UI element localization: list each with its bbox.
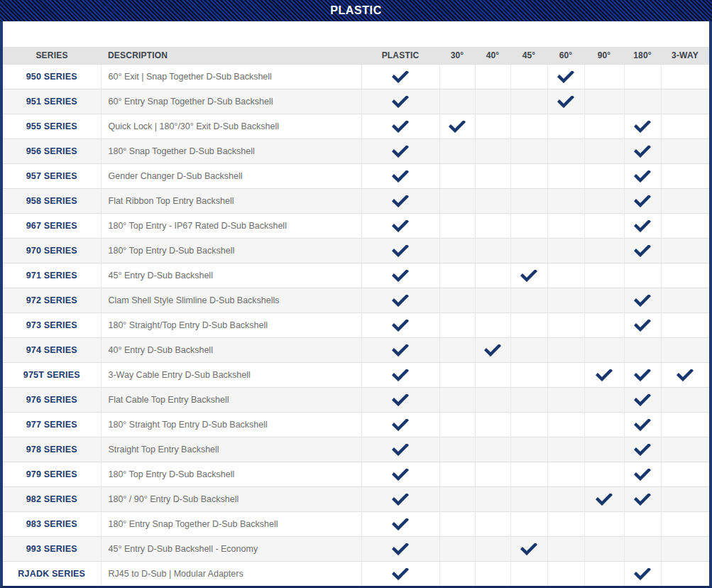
check-cell-40 xyxy=(475,462,510,486)
check-cell-90 xyxy=(584,163,624,188)
check-cell-40 xyxy=(475,64,510,89)
checkmark-icon xyxy=(634,195,651,207)
check-cell-plastic xyxy=(361,288,439,312)
check-cell-3way xyxy=(661,138,709,163)
series-description: 45° Entry D-Sub Backshell xyxy=(101,263,361,288)
check-cell-plastic xyxy=(361,263,439,288)
check-cell-3way xyxy=(661,437,709,462)
checkmark-icon xyxy=(392,245,409,257)
series-link[interactable]: 970 SERIES xyxy=(3,238,101,263)
check-cell-180 xyxy=(624,312,661,337)
series-link[interactable]: 993 SERIES xyxy=(3,536,101,561)
check-cell-180 xyxy=(624,486,661,511)
table-row: 993 SERIES45° Entry D-Sub Backshell - Ec… xyxy=(3,536,709,561)
checkmark-icon xyxy=(634,568,651,580)
series-link[interactable]: 967 SERIES xyxy=(3,213,101,238)
check-cell-45 xyxy=(510,337,547,362)
check-cell-40 xyxy=(475,412,510,437)
series-link[interactable]: 982 SERIES xyxy=(3,486,101,511)
check-cell-60 xyxy=(547,163,584,188)
table-row: 978 SERIESStraight Top Entry Backshell xyxy=(3,437,709,462)
check-cell-3way xyxy=(661,114,709,138)
check-cell-3way xyxy=(661,213,709,238)
column-header-45: 45° xyxy=(510,47,547,64)
check-cell-45 xyxy=(510,114,547,138)
series-description: 180° / 90° Entry D-Sub Backshell xyxy=(101,486,361,511)
table-row: 958 SERIESFlat Ribbon Top Entry Backshel… xyxy=(3,188,709,213)
series-link[interactable]: 983 SERIES xyxy=(3,511,101,536)
series-link[interactable]: 972 SERIES xyxy=(3,288,101,312)
checkmark-icon xyxy=(392,146,409,158)
series-link[interactable]: RJADK SERIES xyxy=(3,561,101,586)
series-link[interactable]: 955 SERIES xyxy=(3,114,101,138)
check-cell-45 xyxy=(510,462,547,486)
check-cell-90 xyxy=(584,138,624,163)
check-cell-plastic xyxy=(361,536,439,561)
check-cell-plastic xyxy=(361,114,439,138)
check-cell-3way xyxy=(661,511,709,536)
check-cell-3way xyxy=(661,486,709,511)
series-link[interactable]: 950 SERIES xyxy=(3,64,101,89)
series-link[interactable]: 979 SERIES xyxy=(3,462,101,486)
series-link[interactable]: 971 SERIES xyxy=(3,263,101,288)
checkmark-icon xyxy=(392,369,409,381)
check-cell-60 xyxy=(547,486,584,511)
series-link[interactable]: 958 SERIES xyxy=(3,188,101,213)
check-cell-plastic xyxy=(361,486,439,511)
check-cell-180 xyxy=(624,89,661,114)
check-cell-40 xyxy=(475,89,510,114)
check-cell-30 xyxy=(439,288,475,312)
check-cell-60 xyxy=(547,561,584,586)
check-cell-90 xyxy=(584,263,624,288)
check-cell-60 xyxy=(547,337,584,362)
check-cell-40 xyxy=(475,337,510,362)
series-description: Quick Lock | 180°/30° Exit D-Sub Backshe… xyxy=(101,114,361,138)
check-cell-30 xyxy=(439,64,475,89)
series-description: Flat Ribbon Top Entry Backshell xyxy=(101,188,361,213)
check-cell-40 xyxy=(475,362,510,387)
series-link[interactable]: 977 SERIES xyxy=(3,412,101,437)
checkmark-icon xyxy=(392,195,409,207)
check-cell-60 xyxy=(547,213,584,238)
series-link[interactable]: 975T SERIES xyxy=(3,362,101,387)
series-link[interactable]: 974 SERIES xyxy=(3,337,101,362)
series-link[interactable]: 951 SERIES xyxy=(3,89,101,114)
column-header-40: 40° xyxy=(475,47,510,64)
table-row: 956 SERIES180° Snap Together D-Sub Backs… xyxy=(3,138,709,163)
check-cell-3way xyxy=(661,387,709,412)
check-cell-180 xyxy=(624,238,661,263)
checkmark-icon xyxy=(392,469,409,481)
check-cell-plastic xyxy=(361,412,439,437)
series-link[interactable]: 978 SERIES xyxy=(3,437,101,462)
check-cell-180 xyxy=(624,337,661,362)
series-link[interactable]: 957 SERIES xyxy=(3,163,101,188)
check-cell-45 xyxy=(510,238,547,263)
check-cell-plastic xyxy=(361,337,439,362)
series-description: 180° Top Entry D-Sub Backshell xyxy=(101,238,361,263)
check-cell-40 xyxy=(475,163,510,188)
check-cell-60 xyxy=(547,188,584,213)
series-link[interactable]: 973 SERIES xyxy=(3,312,101,337)
check-cell-180 xyxy=(624,288,661,312)
check-cell-180 xyxy=(624,387,661,412)
check-cell-30 xyxy=(439,263,475,288)
check-cell-30 xyxy=(439,437,475,462)
check-cell-90 xyxy=(584,337,624,362)
checkmark-icon xyxy=(557,96,574,108)
check-cell-90 xyxy=(584,188,624,213)
series-link[interactable]: 956 SERIES xyxy=(3,138,101,163)
series-link[interactable]: 976 SERIES xyxy=(3,387,101,412)
check-cell-90 xyxy=(584,114,624,138)
check-cell-60 xyxy=(547,511,584,536)
series-description: RJ45 to D-Sub | Modular Adapters xyxy=(101,561,361,586)
series-description: 3-Way Cable Entry D-Sub Backshell xyxy=(101,362,361,387)
check-cell-40 xyxy=(475,536,510,561)
check-cell-plastic xyxy=(361,213,439,238)
check-cell-plastic xyxy=(361,387,439,412)
check-cell-90 xyxy=(584,412,624,437)
checkmark-icon xyxy=(520,543,537,555)
plastic-backshell-series-page: PLASTIC SERIES DESCRIPTION PLAST xyxy=(0,0,712,588)
column-header-90: 90° xyxy=(584,47,624,64)
check-cell-3way xyxy=(661,163,709,188)
check-cell-90 xyxy=(584,362,624,387)
